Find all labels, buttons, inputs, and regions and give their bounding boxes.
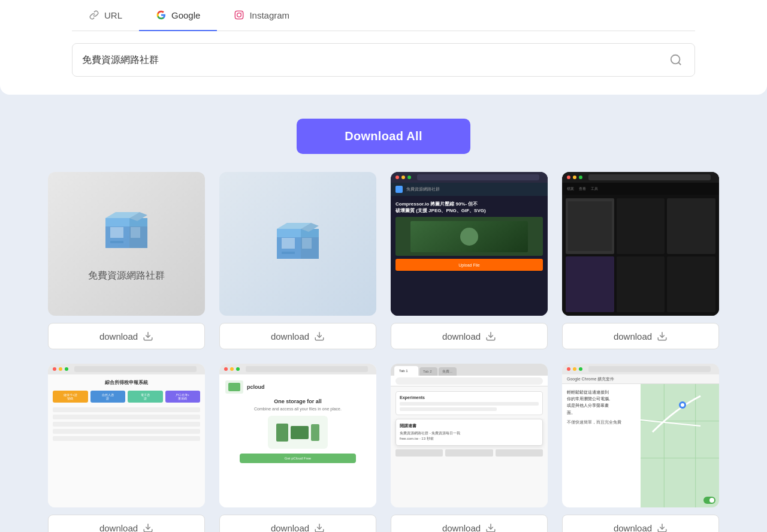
svg-rect-0 [235,11,243,19]
download-icon-1 [143,331,153,341]
download-label-5: download [99,523,138,533]
download-label-3: download [442,331,481,341]
download-label-2: download [271,331,309,341]
download-label-7: download [442,523,481,533]
image-card-8: Google Chrome 擴充套件 輕輕鬆鬆從這邊連接到你的常用瀏覽公司電腦,… [562,364,719,507]
svg-point-2 [241,13,241,13]
search-icon [669,53,683,66]
search-button[interactable] [667,51,685,69]
svg-point-3 [671,55,680,64]
download-icon-7 [485,522,496,532]
download-btn-4[interactable]: download [562,323,719,349]
download-label-6: download [271,523,309,533]
tab-url-label: URL [104,10,122,20]
image-card-4: 檔案 查看 工具 [562,172,719,316]
grid-item-1: 免費資源網路社群 download [48,172,205,349]
download-label-1: download [99,331,138,341]
grid-item-8: Google Chrome 擴充套件 輕輕鬆鬆從這邊連接到你的常用瀏覽公司電腦,… [562,364,719,532]
svg-rect-7 [105,218,129,226]
download-label-8: download [614,523,652,533]
svg-rect-13 [110,241,123,243]
tab-instagram-label: Instagram [249,10,289,20]
link-icon [89,10,99,20]
download-icon-5 [143,522,153,532]
image-card-7: Tab 1 Tab 2 免費... Experiments [391,364,548,507]
tabs-container: URL Google [72,0,695,31]
download-all-button[interactable]: Download All [297,119,470,154]
logo-icon-2 [265,217,331,271]
download-btn-1[interactable]: download [48,323,205,349]
download-btn-6[interactable]: download [219,515,376,532]
svg-line-4 [678,62,681,65]
svg-rect-23 [282,252,295,254]
grid-item-3: 免費資源網路社群 Compressor.io 將圖片壓縮 90%- 但不破壞圖質… [391,172,548,349]
svg-point-1 [237,13,241,17]
svg-point-35 [681,403,684,407]
grid-item-7: Tab 1 Tab 2 免費... Experiments [391,364,548,532]
logo-icon-1 [93,206,159,260]
image-card-3: 免費資源網路社群 Compressor.io 將圖片壓縮 90%- 但不破壞圖質… [391,172,548,316]
image-grid: 免費資源網路社群 download [0,172,767,532]
search-input[interactable] [82,55,667,65]
svg-rect-20 [302,238,312,249]
download-btn-7[interactable]: download [391,515,548,532]
image-card-2 [219,172,376,316]
download-btn-8[interactable]: download [562,515,719,532]
download-icon-3 [485,331,496,341]
logo-text-1: 免費資源網路社群 [88,270,165,282]
grid-item-2: download [219,172,376,349]
download-icon-8 [657,522,668,532]
svg-rect-19 [282,238,295,249]
search-bar [72,43,695,77]
search-area: URL Google [0,0,767,95]
tab-google-label: Google [171,10,200,20]
image-card-1: 免費資源網路社群 [48,172,205,316]
tab-url[interactable]: URL [72,0,139,31]
download-icon-4 [657,331,668,341]
main-container: URL Google [0,0,767,532]
google-icon [156,10,167,20]
download-btn-3[interactable]: download [391,323,548,349]
download-icon-2 [314,331,325,341]
download-all-section: Download All [0,113,767,172]
tab-instagram[interactable]: Instagram [217,0,306,31]
svg-rect-9 [110,227,123,238]
svg-rect-10 [131,227,140,238]
image-card-6: pcloud One storage for all Combine and a… [219,364,376,507]
download-label-4: download [614,331,652,341]
grid-item-5: 綜合所得稅申報系統 健保卡+證號碼 自然人憑證 電子憑證 戶口名簿+重填碼 [48,364,205,532]
tab-google[interactable]: Google [139,0,217,31]
svg-rect-17 [277,229,301,237]
instagram-icon [234,10,244,20]
grid-item-6: pcloud One storage for all Combine and a… [219,364,376,532]
download-btn-2[interactable]: download [219,323,376,349]
map-svg [641,384,719,507]
image-card-5: 綜合所得稅申報系統 健保卡+證號碼 自然人憑證 電子憑證 戶口名簿+重填碼 [48,364,205,507]
grid-item-4: 檔案 查看 工具 [562,172,719,349]
download-icon-6 [314,522,325,532]
download-btn-5[interactable]: download [48,515,205,532]
